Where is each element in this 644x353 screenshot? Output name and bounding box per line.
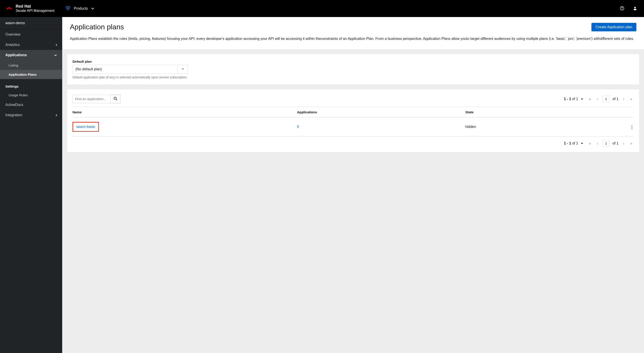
sidebar-item-label: Listing [8,63,18,67]
kebab-dot-icon [632,125,632,126]
default-plan-select[interactable] [72,65,178,74]
chevron-down-icon [91,7,94,11]
row-actions-kebab[interactable] [630,124,634,131]
chevron-down-icon [54,53,57,57]
pagination-next-button[interactable]: › [622,96,626,102]
angle-left-icon: ‹ [597,141,598,146]
plans-table: Name Applications State wasm-basic [72,107,634,136]
caret-down-icon [581,141,583,145]
page-title: Application plans [70,23,124,31]
pagination-range: 1 - 1 [564,141,571,145]
pagination-page-input[interactable] [602,140,609,147]
sidebar-item-label: ActiveDocs [5,103,23,107]
default-plan-label: Default plan [72,60,634,63]
brand-name-top: Red Hat [16,4,54,9]
sidebar-item-analytics[interactable]: Analytics [0,40,62,50]
sidebar-subitem-usage-rules[interactable]: Usage Rules [0,91,62,100]
nav-products-label: Products [74,7,88,11]
pagination-range-dropdown[interactable]: 1 - 1 of 1 [564,141,583,145]
pagination-first-button[interactable]: « [588,96,592,102]
sidebar-item-activedocs[interactable]: ActiveDocs [0,100,62,110]
sidebar-item-label: Integration [5,113,22,117]
pagination-range-dropdown[interactable]: 1 - 1 of 1 [564,97,583,101]
sidebar-item-label: Overview [5,33,20,37]
pagination-last-button[interactable]: » [629,140,634,146]
svg-line-8 [116,99,117,100]
sidebar-subitem-listing[interactable]: Listing [0,61,62,70]
plan-name-link[interactable]: wasm-basic [76,125,95,129]
pagination-top: 1 - 1 of 1 « ‹ of 1 › » [564,96,634,102]
highlight-annotation: wasm-basic [72,122,99,132]
pagination-page-input[interactable] [602,96,609,102]
table-row: wasm-basic 0 hidden [72,117,634,136]
nav-products-dropdown[interactable]: Products [63,5,96,12]
column-header-name[interactable]: Name [72,107,297,117]
create-application-plan-button[interactable]: Create Application plan [592,23,636,31]
top-bar: Red Hat 3scale API Management Products [0,0,644,17]
default-plan-panel: Default plan Default application plan (i… [67,54,639,85]
chevron-right-icon [55,44,57,46]
search-button[interactable] [110,95,120,103]
user-icon [633,8,637,11]
brand-name-bottom: 3scale API Management [16,9,54,13]
sidebar-item-label: Usage Rules [8,93,28,97]
caret-down-icon [581,97,583,101]
angle-double-right-icon: » [630,141,632,146]
pagination-first-button[interactable]: « [588,140,592,146]
svg-point-3 [67,8,69,10]
pagination-of-label: of 1 [612,97,618,101]
plans-table-panel: 1 - 1 of 1 « ‹ of 1 › » N [67,89,639,152]
sidebar-item-applications[interactable]: Applications [0,50,62,60]
svg-point-6 [634,7,636,8]
search-icon [114,97,118,101]
sidebar-item-overview[interactable]: Overview [0,29,62,40]
user-menu-button[interactable] [632,5,639,13]
svg-point-5 [622,9,622,10]
plan-applications-link[interactable]: 0 [297,125,299,129]
sidebar-item-label: Applications [5,53,27,57]
angle-double-left-icon: « [589,97,591,101]
angle-right-icon: › [623,97,624,101]
pagination-next-button[interactable]: › [622,140,626,146]
page-description: Application Plans establish the rules (l… [70,36,636,42]
sidebar-item-integration[interactable]: Integration [0,110,62,120]
sidebar-section-settings: Settings [0,79,62,91]
svg-point-7 [114,97,116,100]
caret-down-icon [182,67,184,71]
pagination-range: 1 - 1 [564,97,571,101]
sidebar-subitem-application-plans[interactable]: Application Plans [0,70,62,79]
products-icon [66,6,70,11]
pagination-prev-button[interactable]: ‹ [596,96,600,102]
chevron-right-icon [55,114,57,116]
default-plan-help-text: Default application plan (if any) is sel… [72,76,634,79]
angle-double-right-icon: » [630,97,632,101]
main-content: Application plans Create Application pla… [62,17,644,353]
search-input[interactable] [72,95,110,103]
angle-right-icon: › [623,141,624,146]
pagination-bottom: 1 - 1 of 1 « ‹ of 1 › » [564,140,634,147]
help-icon [620,8,624,11]
sidebar: wasm-demo Overview Analytics Application… [0,17,62,353]
sidebar-item-label: Application Plans [8,73,37,76]
column-header-state[interactable]: State [466,107,589,117]
angle-double-left-icon: « [589,141,591,146]
kebab-dot-icon [632,128,632,129]
default-plan-dropdown-toggle[interactable] [178,65,188,74]
sidebar-item-label: Analytics [5,43,20,47]
help-button[interactable] [618,5,626,13]
column-header-applications[interactable]: Applications [297,107,465,117]
pagination-prev-button[interactable]: ‹ [596,140,600,146]
redhat-icon [5,5,13,12]
brand-logo[interactable]: Red Hat 3scale API Management [5,4,54,13]
pagination-of-label: of 1 [612,141,618,145]
plan-state-value: hidden [466,125,476,129]
sidebar-context-name[interactable]: wasm-demo [0,17,62,29]
kebab-dot-icon [632,127,632,128]
angle-left-icon: ‹ [597,97,598,101]
pagination-last-button[interactable]: » [629,96,634,102]
